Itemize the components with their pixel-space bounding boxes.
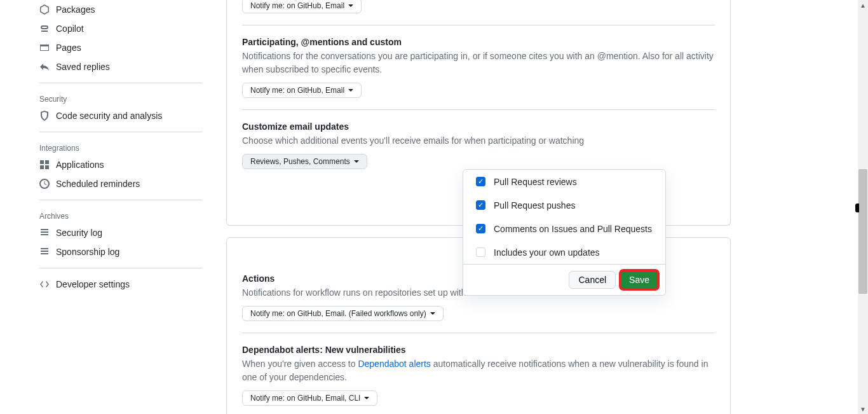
scrollbar-thumb[interactable]	[858, 169, 867, 294]
chevron-down-icon	[364, 397, 369, 399]
sidebar-item-saved-replies[interactable]: Saved replies	[34, 57, 207, 76]
sidebar-item-label: Saved replies	[56, 62, 110, 72]
shield-icon	[39, 111, 50, 121]
dependabot-title: Dependabot alerts: New vulnerabilities	[242, 345, 715, 355]
dropdown-label: Notify me: on GitHub, Email	[250, 86, 344, 95]
option-label: Comments on Issues and Pull Requests	[494, 224, 652, 234]
option-label: Includes your own updates	[494, 247, 600, 258]
scrollbar-track[interactable]: ▲ ▼	[858, 0, 868, 414]
scroll-down-arrow[interactable]: ▼	[858, 404, 868, 414]
dropdown-label: Notify me: on GitHub, Email. (Failed wor…	[250, 309, 426, 318]
chevron-down-icon	[348, 89, 353, 92]
checkbox-comments[interactable]	[476, 224, 485, 233]
sidebar-item-label: Developer settings	[56, 279, 130, 289]
sidebar-item-sponsorship-log[interactable]: Sponsorship log	[34, 242, 207, 261]
dependabot-desc: When you're given access to Dependabot a…	[242, 357, 715, 384]
sidebar-item-code-security[interactable]: Code security and analysis	[34, 106, 207, 125]
copilot-icon	[39, 24, 50, 34]
settings-sidebar: Packages Copilot Pages Saved replies Sec…	[0, 0, 216, 414]
divider	[39, 132, 202, 132]
sidebar-item-label: Scheduled reminders	[56, 179, 140, 189]
divider	[242, 109, 715, 110]
option-pr-reviews[interactable]: Pull Request reviews	[463, 170, 665, 193]
package-icon	[39, 4, 50, 15]
sidebar-item-scheduled-reminders[interactable]: Scheduled reminders	[34, 174, 207, 193]
checkbox-pr-pushes[interactable]	[476, 200, 485, 210]
dropdown-label: Reviews, Pushes, Comments	[250, 157, 350, 166]
customize-events-popover: Pull Request reviews Pull Request pushes…	[463, 169, 666, 296]
chevron-down-icon	[348, 4, 353, 7]
dependabot-notify-dropdown[interactable]: Notify me: on GitHub, Email, CLI	[242, 390, 377, 406]
participating-title: Participating, @mentions and custom	[242, 37, 715, 47]
option-comments[interactable]: Comments on Issues and Pull Requests	[463, 217, 665, 240]
customize-title: Customize email updates	[242, 121, 715, 132]
sidebar-item-label: Applications	[56, 160, 104, 170]
clock-icon	[39, 179, 50, 189]
sidebar-item-security-log[interactable]: Security log	[34, 223, 207, 242]
cursor-indicator	[855, 204, 859, 212]
option-own-updates[interactable]: Includes your own updates	[463, 240, 665, 264]
sidebar-item-label: Packages	[56, 4, 95, 15]
chevron-down-icon	[430, 312, 435, 315]
sidebar-item-copilot[interactable]: Copilot	[34, 19, 207, 38]
checkbox-pr-reviews[interactable]	[476, 177, 485, 186]
customize-events-dropdown[interactable]: Reviews, Pushes, Comments	[242, 154, 367, 169]
sidebar-item-label: Security log	[56, 228, 102, 238]
option-label: Pull Request reviews	[494, 177, 577, 187]
sidebar-group-security: Security	[34, 90, 207, 106]
sidebar-item-label: Copilot	[56, 24, 84, 34]
save-button[interactable]: Save	[621, 271, 658, 289]
divider	[39, 200, 202, 200]
log-icon	[39, 247, 50, 257]
sidebar-item-packages[interactable]: Packages	[34, 0, 207, 19]
sidebar-item-developer-settings[interactable]: Developer settings	[34, 275, 207, 294]
scroll-up-arrow[interactable]: ▲	[858, 0, 868, 10]
option-label: Pull Request pushes	[494, 200, 575, 210]
apps-icon	[39, 160, 50, 170]
customize-desc: Choose which additional events you'll re…	[242, 134, 715, 148]
cancel-button[interactable]: Cancel	[569, 271, 616, 289]
divider	[242, 25, 715, 25]
watching-notify-dropdown[interactable]: Notify me: on GitHub, Email	[242, 0, 362, 13]
participating-notify-dropdown[interactable]: Notify me: on GitHub, Email	[242, 83, 362, 98]
code-icon	[39, 279, 50, 289]
sidebar-group-archives: Archives	[34, 207, 207, 223]
reply-icon	[39, 62, 50, 72]
dependabot-alerts-link[interactable]: Dependabot alerts	[358, 359, 430, 369]
sidebar-item-label: Sponsorship log	[56, 247, 119, 257]
sidebar-item-applications[interactable]: Applications	[34, 155, 207, 174]
sidebar-item-label: Pages	[56, 43, 81, 53]
browser-icon	[39, 43, 50, 53]
option-pr-pushes[interactable]: Pull Request pushes	[463, 193, 665, 217]
sidebar-item-pages[interactable]: Pages	[34, 38, 207, 57]
log-icon	[39, 228, 50, 238]
chevron-down-icon	[354, 160, 359, 163]
divider	[242, 333, 715, 333]
actions-notify-dropdown[interactable]: Notify me: on GitHub, Email. (Failed wor…	[242, 306, 444, 321]
checkbox-own-updates[interactable]	[476, 247, 485, 257]
sidebar-group-integrations: Integrations	[34, 139, 207, 155]
main-content: Notify me: on GitHub, Email Participatin…	[216, 0, 868, 414]
dropdown-label: Notify me: on GitHub, Email, CLI	[250, 394, 360, 403]
divider	[39, 83, 202, 83]
participating-desc: Notifications for the conversations you …	[242, 50, 715, 76]
sidebar-item-label: Code security and analysis	[56, 111, 162, 121]
divider	[39, 268, 202, 268]
dropdown-label: Notify me: on GitHub, Email	[250, 1, 344, 10]
